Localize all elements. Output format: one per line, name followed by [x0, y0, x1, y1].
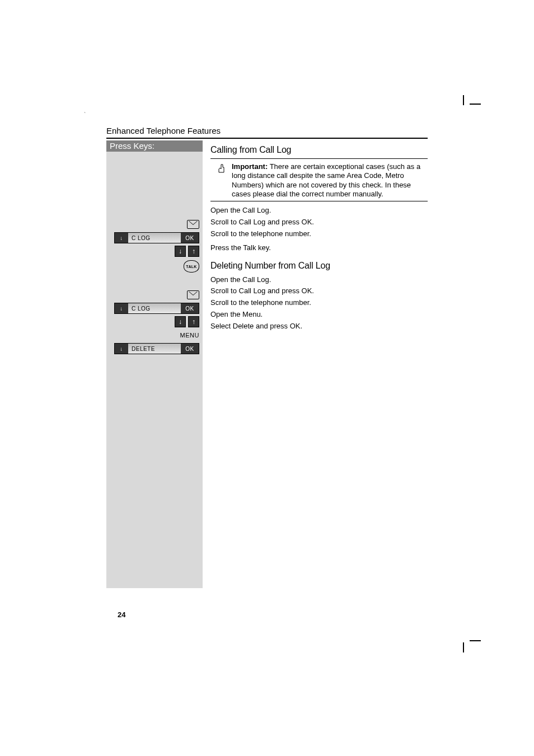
key-slot: ↓ C LOG OK — [106, 302, 203, 315]
important-text: Important: There are certain exceptional… — [232, 162, 428, 199]
pointing-hand-icon — [217, 162, 227, 199]
lcd-text: DELETE — [128, 346, 181, 352]
up-arrow-icon: ↑ — [188, 246, 199, 257]
key-slot — [106, 218, 203, 231]
lcd-display: ↓ C LOG OK — [114, 232, 199, 243]
crop-mark — [470, 104, 481, 105]
lcd-display: ↓ C LOG OK — [114, 303, 199, 314]
instruction-step: Open the Call Log. — [210, 205, 428, 217]
instruction-step: Scroll to Call Log and press OK. — [210, 285, 428, 297]
press-keys-column: Press Keys: ↓ C LOG OK ↓ ↑ — [106, 140, 203, 588]
arrow-keys: ↓ ↑ — [175, 246, 199, 257]
content-columns: Press Keys: ↓ C LOG OK ↓ ↑ — [106, 140, 428, 588]
arrow-keys: ↓ ↑ — [175, 316, 199, 327]
key-slot: ↓ C LOG OK — [106, 231, 203, 245]
crop-mark — [470, 640, 481, 641]
down-arrow-icon: ↓ — [115, 233, 128, 243]
page-number: 24 — [118, 611, 125, 619]
down-arrow-icon: ↓ — [175, 246, 186, 257]
envelope-down-icon — [187, 290, 199, 299]
instruction-step: Scroll to the telephone number. — [210, 228, 428, 240]
subsection-title: Deleting Number from Call Log — [210, 261, 428, 271]
section-title: Enhanced Telephone Features — [106, 126, 428, 139]
spacer — [106, 202, 203, 218]
key-slot: ↓ ↑ — [106, 315, 203, 328]
down-arrow-icon: ↓ — [115, 303, 128, 313]
envelope-down-icon — [187, 220, 199, 229]
crop-mark — [463, 95, 464, 105]
instruction-column: Calling from Call Log Important: There a… — [210, 140, 428, 588]
page: ` Enhanced Telephone Features Press Keys… — [0, 0, 534, 756]
crop-mark — [463, 642, 464, 652]
ok-key-label: OK — [181, 233, 199, 243]
spacer — [106, 275, 203, 288]
important-label: Important: — [232, 162, 268, 171]
key-slot: ↓ ↑ — [106, 245, 203, 258]
divider — [210, 158, 428, 159]
ok-key-label: OK — [181, 303, 199, 313]
key-slot: TALK — [106, 258, 203, 275]
down-arrow-icon: ↓ — [115, 344, 128, 354]
key-slot — [106, 288, 203, 302]
key-slot: ↓ DELETE OK — [106, 342, 203, 355]
up-arrow-icon: ↑ — [188, 316, 199, 327]
lcd-text: C LOG — [128, 306, 181, 312]
lcd-display: ↓ DELETE OK — [114, 343, 199, 354]
instruction-step: Scroll to the telephone number. — [210, 297, 428, 309]
menu-key-label: MENU — [180, 332, 199, 339]
talk-key-icon: TALK — [184, 260, 199, 273]
instruction-step: Open the Call Log. — [210, 274, 428, 286]
ok-key-label: OK — [181, 344, 199, 354]
stray-mark: ` — [84, 112, 86, 118]
instruction-step: Select Delete and press OK. — [210, 321, 428, 332]
divider — [210, 201, 428, 201]
instruction-step: Open the Menu. — [210, 309, 428, 321]
important-note: Important: There are certain exceptional… — [210, 162, 428, 199]
instruction-step: Press the Talk key. — [210, 240, 428, 256]
instruction-step: Scroll to Call Log and press OK. — [210, 217, 428, 228]
down-arrow-icon: ↓ — [175, 316, 186, 327]
key-slot: MENU — [106, 328, 203, 342]
subsection-title: Calling from Call Log — [210, 145, 428, 155]
lcd-text: C LOG — [128, 235, 181, 241]
spacer — [106, 152, 203, 202]
press-keys-header: Press Keys: — [106, 140, 203, 152]
